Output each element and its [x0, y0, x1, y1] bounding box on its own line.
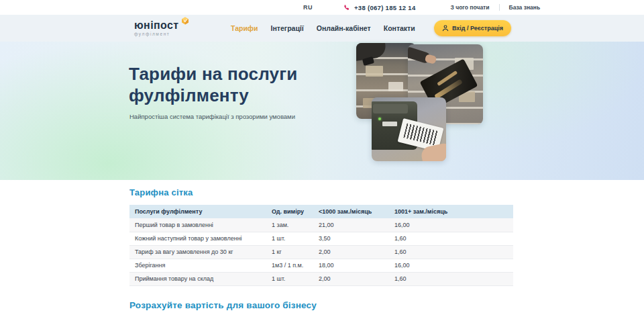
tariff-table: Послуги фулфілменту Од. виміру <1000 зам… [129, 205, 513, 286]
page: RU +38 (067) 185 12 14 З чого почати Баз… [0, 0, 644, 319]
user-icon [442, 25, 449, 32]
printer-lid [373, 104, 408, 113]
crate [388, 82, 403, 91]
cell-unit: 1 шт. [266, 232, 313, 245]
nav-online-cabinet[interactable]: Онлайн-кабінет [317, 24, 371, 32]
cell-price-low: 21,00 [313, 218, 389, 232]
hero-photo-label-printer [372, 97, 446, 161]
cell-service: Кожний наступний товар у замовленні [129, 232, 266, 245]
cell-service: Зберігання [129, 259, 266, 272]
calculator-section-title: Розрахуйте вартість для вашого бізнесу [129, 300, 317, 310]
table-row: Зберігання 1м3 / 1 п.м. 18,00 16,00 [129, 259, 513, 272]
login-register-label: Вхід / Реєстрація [452, 25, 503, 32]
logo-subtitle: фулфілмент [134, 32, 192, 36]
col-header-under-1000: <1000 зам./місяць [313, 205, 389, 218]
topbar-divider [499, 4, 500, 11]
cell-unit: 1 зам. [266, 218, 313, 232]
cell-price-low: 2,00 [313, 245, 389, 259]
cell-price-low: 2,00 [313, 272, 389, 285]
cell-price-high: 1,60 [389, 245, 513, 259]
main-header: юніпост фулфілмент Тарифи Інтеграції Онл… [0, 15, 644, 42]
table-header-row: Послуги фулфілменту Од. виміру <1000 зам… [129, 205, 513, 218]
nav-tariffs[interactable]: Тарифи [231, 24, 258, 32]
cell-price-high: 1,60 [389, 272, 513, 285]
link-knowledge-base[interactable]: База знань [509, 4, 541, 11]
nav-integrations[interactable]: Інтеграції [271, 24, 304, 32]
cell-service: Перший товар в замовленні [129, 218, 266, 232]
barcode [403, 124, 438, 146]
cell-price-high: 16,00 [389, 259, 513, 272]
cell-unit: 1м3 / 1 п.м. [266, 259, 313, 272]
cell-unit: 1 кг [266, 245, 313, 259]
printer-led [378, 118, 381, 120]
cell-price-low: 3,50 [313, 232, 389, 245]
top-utility-bar: RU +38 (067) 185 12 14 З чого почати Баз… [0, 0, 644, 15]
nav-contacts[interactable]: Контакти [384, 24, 415, 32]
col-header-service: Послуги фулфілменту [129, 205, 266, 218]
cell-unit: 1 шт. [266, 272, 313, 285]
pricing-section-title: Тарифна сітка [129, 187, 193, 197]
language-switcher[interactable]: RU [303, 4, 313, 11]
hero-subtitle: Найпростіша система тарифікації з прозор… [129, 113, 295, 120]
cell-price-high: 1,60 [389, 232, 513, 245]
table-row: Перший товар в замовленні 1 зам. 21,00 1… [129, 218, 513, 232]
printer-slot [382, 122, 397, 126]
cell-price-low: 18,00 [313, 259, 389, 272]
phone-number: +38 (067) 185 12 14 [354, 4, 416, 11]
cell-price-high: 16,00 [389, 218, 513, 232]
hero-title: Тарифи на послуги фулфілменту [129, 64, 337, 106]
col-header-unit: Од. виміру [266, 205, 313, 218]
crate [366, 66, 383, 77]
logo[interactable]: юніпост фулфілмент [134, 20, 192, 36]
cube-logo-icon [181, 17, 189, 25]
login-register-button[interactable]: Вхід / Реєстрація [434, 20, 511, 36]
hero-section [0, 42, 644, 180]
col-header-over-1001: 1001+ зам./місяць [389, 205, 513, 218]
main-nav: Тарифи Інтеграції Онлайн-кабінет Контакт… [231, 24, 415, 32]
table-row: Тариф за вагу замовлення до 30 кг 1 кг 2… [129, 245, 513, 259]
phone-link[interactable]: +38 (067) 185 12 14 [343, 4, 416, 11]
cell-service: Тариф за вагу замовлення до 30 кг [129, 245, 266, 259]
cell-service: Приймання товару на склад [129, 272, 266, 285]
table-row: Приймання товару на склад 1 шт. 2,00 1,6… [129, 272, 513, 285]
table-row: Кожний наступний товар у замовленні 1 шт… [129, 232, 513, 245]
link-getting-started[interactable]: З чого почати [451, 4, 490, 11]
phone-icon [343, 5, 350, 11]
